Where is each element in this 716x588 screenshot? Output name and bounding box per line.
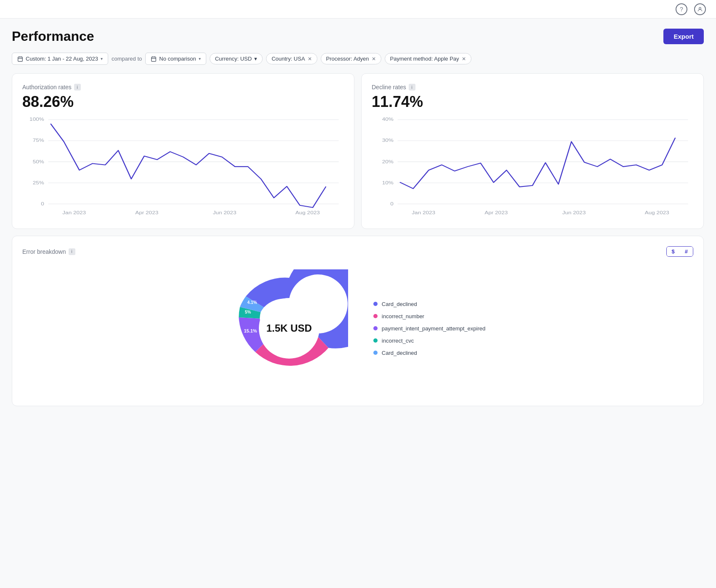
charts-row: Authorization rates i 88.26% 100% 75% 50… (12, 73, 704, 229)
error-breakdown-label: Error breakdown i (22, 248, 75, 255)
svg-text:40%: 40% (382, 117, 394, 122)
donut-chart: 50.5% 25.2% 15.1% 5% 4.1% 1.5K USD (230, 269, 348, 387)
svg-text:75%: 75% (33, 138, 44, 143)
svg-text:5%: 5% (245, 310, 251, 314)
legend-dot-1 (373, 302, 378, 306)
auth-info-icon[interactable]: i (74, 84, 81, 90)
svg-text:Jun 2023: Jun 2023 (562, 210, 586, 216)
legend-dot-2 (373, 314, 378, 318)
donut-section: 50.5% 25.2% 15.1% 5% 4.1% 1.5K USD Card_… (22, 265, 693, 396)
currency-filter[interactable]: Currency: USD ▾ (210, 53, 263, 64)
svg-text:25%: 25% (33, 180, 44, 186)
legend: Card_declined incorrect_number payment_i… (373, 301, 485, 356)
chevron-down-icon: ▾ (101, 56, 103, 61)
calendar-icon-2 (151, 56, 157, 62)
legend-dot-3 (373, 326, 378, 330)
country-filter[interactable]: Country: USA ✕ (266, 53, 317, 64)
export-button[interactable]: Export (663, 29, 704, 44)
error-info-icon[interactable]: i (69, 248, 75, 255)
donut-center-value: 1.5K USD (266, 322, 312, 334)
decline-info-icon[interactable]: i (409, 84, 415, 90)
processor-label: Processor: Adyen (326, 56, 369, 62)
legend-item-2: incorrect_number (373, 313, 485, 319)
decline-rate-value: 11.74% (372, 93, 693, 111)
svg-text:Apr 2023: Apr 2023 (484, 210, 508, 216)
comparison-filter[interactable]: No comparison ▾ (145, 53, 206, 65)
svg-text:Jun 2023: Jun 2023 (213, 210, 237, 216)
user-icon[interactable] (694, 3, 706, 15)
country-label: Country: USA (271, 56, 305, 62)
decline-chart-area: 40% 30% 20% 10% 0 Jan 2023 Apr 2023 Jun … (372, 117, 693, 218)
legend-item-1: Card_declined (373, 301, 485, 307)
svg-rect-1 (18, 57, 23, 61)
svg-text:50.5%: 50.5% (301, 311, 314, 317)
legend-item-3: payment_intent_payment_attempt_expired (373, 325, 485, 332)
svg-text:0: 0 (390, 201, 394, 207)
help-icon[interactable]: ? (676, 3, 687, 15)
svg-text:0: 0 (41, 201, 44, 207)
processor-remove-icon[interactable]: ✕ (372, 56, 376, 62)
error-breakdown-header: Error breakdown i $ # (22, 246, 693, 257)
hash-toggle-button[interactable]: # (680, 247, 693, 256)
country-remove-icon[interactable]: ✕ (308, 56, 312, 62)
legend-label-1: Card_declined (382, 301, 417, 307)
currency-chevron-icon: ▾ (254, 56, 257, 62)
svg-text:30%: 30% (382, 138, 394, 143)
error-breakdown-card: Error breakdown i $ # (12, 236, 704, 406)
auth-rates-card: Authorization rates i 88.26% 100% 75% 50… (12, 73, 354, 229)
page-header: Performance Export (12, 29, 704, 44)
legend-dot-4 (373, 338, 378, 343)
svg-text:100%: 100% (29, 117, 44, 122)
compared-to-label: compared to (112, 56, 142, 62)
currency-label: Currency: USD (215, 56, 252, 62)
page-title: Performance (12, 29, 94, 44)
svg-text:10%: 10% (382, 180, 394, 186)
auth-rates-label: Authorization rates i (22, 84, 344, 90)
svg-text:20%: 20% (382, 159, 394, 164)
legend-label-5: Card_declined (382, 350, 417, 356)
svg-rect-5 (152, 57, 156, 61)
dollar-toggle-button[interactable]: $ (667, 247, 680, 256)
legend-label-2: incorrect_number (382, 313, 424, 319)
toggle-group: $ # (666, 246, 693, 257)
date-range-label: Custom: 1 Jan - 22 Aug, 2023 (26, 56, 98, 62)
svg-text:Aug 2023: Aug 2023 (645, 210, 669, 216)
top-bar: ? (0, 0, 716, 19)
svg-text:50%: 50% (33, 159, 44, 164)
date-range-filter[interactable]: Custom: 1 Jan - 22 Aug, 2023 ▾ (12, 53, 108, 65)
decline-rates-card: Decline rates i 11.74% 40% 30% 20% 10% (361, 73, 704, 229)
payment-method-label: Payment method: Apple Pay (390, 56, 459, 62)
legend-label-4: incorrect_cvc (382, 338, 414, 344)
auth-chart-area: 100% 75% 50% 25% 0 Jan 2023 Apr 2023 Jun… (22, 117, 344, 218)
legend-item-4: incorrect_cvc (373, 338, 485, 344)
payment-method-filter[interactable]: Payment method: Apple Pay ✕ (385, 53, 471, 64)
svg-point-0 (699, 7, 701, 9)
chevron-down-icon-2: ▾ (199, 56, 201, 61)
legend-label-3: payment_intent_payment_attempt_expired (382, 325, 485, 332)
decline-rates-label: Decline rates i (372, 84, 693, 90)
svg-text:15.1%: 15.1% (244, 328, 257, 333)
svg-text:25.2%: 25.2% (272, 347, 285, 352)
svg-text:Jan 2023: Jan 2023 (412, 210, 435, 216)
auth-rate-value: 88.26% (22, 93, 344, 111)
legend-dot-5 (373, 351, 378, 355)
svg-text:4.1%: 4.1% (247, 300, 257, 305)
svg-text:Aug 2023: Aug 2023 (295, 210, 320, 216)
processor-filter[interactable]: Processor: Adyen ✕ (321, 53, 381, 64)
filters-row: Custom: 1 Jan - 22 Aug, 2023 ▾ compared … (12, 53, 704, 65)
payment-method-remove-icon[interactable]: ✕ (462, 56, 466, 62)
svg-text:Apr 2023: Apr 2023 (135, 210, 158, 216)
legend-item-5: Card_declined (373, 350, 485, 356)
calendar-icon (17, 56, 23, 62)
svg-text:Jan 2023: Jan 2023 (62, 210, 86, 216)
main-content: Performance Export Custom: 1 Jan - 22 Au… (0, 19, 716, 423)
comparison-label: No comparison (159, 56, 196, 62)
